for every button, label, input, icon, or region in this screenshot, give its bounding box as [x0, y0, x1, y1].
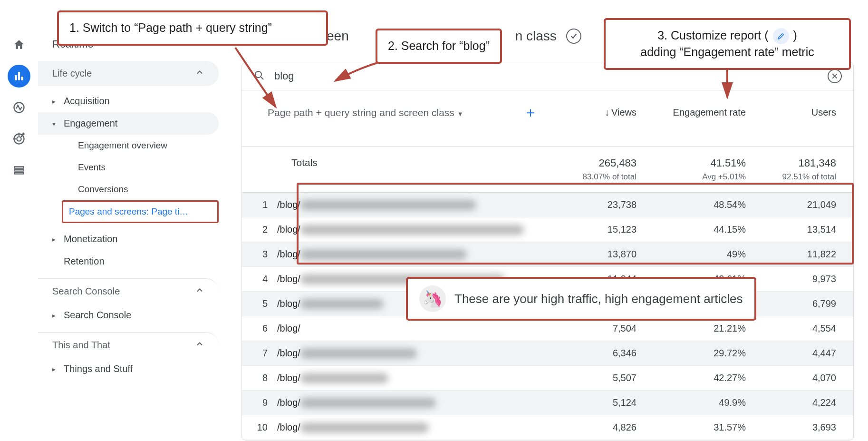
- svg-rect-1: [18, 72, 20, 80]
- unicorn-icon: 🦄: [419, 285, 446, 312]
- row-number: 6: [253, 323, 277, 334]
- nav-monetization[interactable]: ▸Monetization: [38, 228, 219, 250]
- cell-views: 5,507: [552, 372, 642, 383]
- callout-1: 1. Switch to “Page path + query string”: [57, 10, 328, 46]
- table-row[interactable]: 9/blog/5,12449.9%4,224: [242, 391, 853, 415]
- title-fragment: n class: [515, 29, 557, 44]
- check-circle-icon[interactable]: [566, 29, 581, 44]
- redacted-text: [300, 348, 417, 359]
- cell-views: 7,504: [552, 323, 642, 334]
- cell-users: 3,693: [752, 422, 842, 433]
- redacted-text: [300, 373, 388, 383]
- totals-engagement-sub: Avg +5.01%: [642, 172, 746, 182]
- configure-icon[interactable]: [8, 159, 30, 182]
- row-number: 8: [253, 372, 277, 383]
- nav-label: Engagement: [64, 118, 117, 129]
- row-number: 7: [253, 348, 277, 359]
- caret-right-icon: ▸: [52, 365, 64, 373]
- table-row[interactable]: 2/blog/15,12344.15%13,514: [242, 217, 853, 242]
- callout-text: ): [793, 29, 797, 42]
- redacted-text: [300, 225, 524, 235]
- path-prefix: /blog/: [277, 422, 300, 433]
- home-icon[interactable]: [8, 33, 30, 56]
- nav-events[interactable]: Events: [38, 157, 219, 178]
- cell-engagement: 31.57%: [642, 422, 752, 433]
- row-number: 10: [253, 422, 277, 433]
- row-path: /blog/: [277, 348, 552, 359]
- nav-conversions[interactable]: Conversions: [38, 178, 219, 200]
- table-row[interactable]: 3/blog/13,87049%11,822: [242, 242, 853, 267]
- cell-views: 4,826: [552, 422, 642, 433]
- arrow-2: [328, 59, 395, 93]
- callout-text: adding “Engagement rate” metric: [640, 45, 814, 59]
- chevron-up-icon: [195, 285, 204, 297]
- row-path: /blog/: [277, 422, 552, 433]
- svg-rect-8: [14, 172, 24, 174]
- col-users[interactable]: Users: [752, 107, 842, 118]
- callout-unicorn: 🦄 These are your high traffic, high enga…: [406, 277, 756, 321]
- path-prefix: /blog/: [277, 224, 300, 235]
- reports-icon[interactable]: [8, 65, 30, 88]
- row-path: /blog/: [277, 397, 552, 408]
- callout-text: 1. Switch to “Page path + query string”: [69, 21, 272, 34]
- add-dimension-button[interactable]: ＋: [523, 103, 538, 122]
- section-search-console[interactable]: Search Console: [38, 278, 219, 304]
- nav-acquisition[interactable]: ▸Acquisition: [38, 90, 219, 112]
- section-lifecycle[interactable]: Life cycle: [38, 61, 219, 86]
- cell-views: 13,870: [552, 249, 642, 260]
- path-prefix: /blog/: [277, 249, 300, 260]
- path-prefix: /blog/: [277, 397, 300, 408]
- table-row[interactable]: 1/blog/23,73848.54%21,049: [242, 193, 853, 217]
- cell-engagement: 49.9%: [642, 397, 752, 408]
- nav-search-console[interactable]: ▸Search Console: [38, 304, 219, 326]
- svg-rect-7: [14, 169, 24, 171]
- totals-views-sub: 83.07% of total: [552, 172, 637, 182]
- col-engagement[interactable]: Engagement rate: [642, 107, 752, 118]
- table-row[interactable]: 10/blog/4,82631.57%3,693: [242, 415, 853, 440]
- clear-search-button[interactable]: [828, 69, 842, 83]
- cell-users: 13,514: [752, 224, 842, 235]
- nav-things-and-stuff[interactable]: ▸Things and Stuff: [38, 358, 219, 380]
- callout-2: 2. Search for “blog”: [376, 29, 502, 64]
- col-views[interactable]: ↓Views: [552, 107, 642, 118]
- cell-users: 4,070: [752, 372, 842, 383]
- totals-users-sub: 92.51% of total: [752, 172, 836, 182]
- totals-engagement: 41.51%: [642, 157, 746, 169]
- row-number: 3: [253, 249, 277, 260]
- nav-label: Search Console: [64, 310, 131, 321]
- section-this-and-that[interactable]: This and That: [38, 332, 219, 358]
- cell-users: 11,822: [752, 249, 842, 260]
- path-prefix: /blog/: [277, 298, 300, 309]
- redacted-text: [300, 299, 384, 309]
- cell-views: 23,738: [552, 199, 642, 210]
- table-row[interactable]: 8/blog/5,50742.27%4,070: [242, 366, 853, 391]
- cell-engagement: 42.27%: [642, 372, 752, 383]
- advertising-icon[interactable]: [8, 127, 30, 150]
- table-row[interactable]: 7/blog/6,34629.72%4,447: [242, 341, 853, 366]
- row-path: /blog/: [277, 199, 552, 210]
- totals-views: 265,483: [552, 157, 637, 169]
- path-prefix: /blog/: [277, 274, 300, 284]
- redacted-text: [300, 249, 467, 260]
- nav-engagement-overview[interactable]: Engagement overview: [38, 135, 219, 157]
- section-label: This and That: [52, 340, 110, 351]
- totals-row: Totals 265,48383.07% of total 41.51%Avg …: [242, 147, 853, 193]
- cell-views: 6,346: [552, 348, 642, 359]
- nav-label: Engagement overview: [78, 140, 167, 151]
- row-number: 4: [253, 274, 277, 284]
- explore-icon[interactable]: [8, 96, 30, 119]
- cell-engagement: 44.15%: [642, 224, 752, 235]
- row-number: 1: [253, 199, 277, 210]
- nav-engagement[interactable]: ▾Engagement: [38, 112, 219, 135]
- pencil-icon: [773, 28, 789, 44]
- callout-3: 3. Customize report ( ) adding “Engageme…: [604, 18, 851, 70]
- nav-pages-and-screens-selected[interactable]: Pages and screens: Page ti…: [62, 200, 219, 223]
- callout-text: These are your high traffic, high engage…: [454, 292, 743, 306]
- nav-label: Monetization: [64, 234, 117, 245]
- row-path: /blog/: [277, 224, 552, 235]
- callout-text: 2. Search for “blog”: [388, 39, 490, 52]
- nav-retention[interactable]: Retention: [38, 250, 219, 273]
- path-prefix: /blog/: [277, 372, 300, 383]
- col-label: Views: [611, 107, 637, 118]
- svg-point-5: [17, 137, 21, 141]
